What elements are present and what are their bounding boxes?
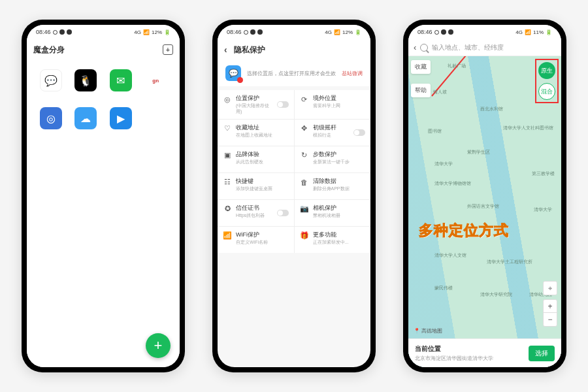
app-icon-wechat[interactable]: ✉ (110, 69, 132, 91)
screen-1: 08:46 4G 📶 12% 🔋 魔盒分身 + 💬 🐧 ✉ gn ◎ (27, 25, 180, 367)
mode-native-button[interactable]: 原生 (538, 62, 555, 79)
chat-icon: 💬 (225, 65, 241, 81)
status-net: 4G (515, 29, 523, 35)
location-panel: 当前位置 北京市海淀区清华园街道清华大学 选择 (408, 338, 561, 367)
map-label: 图书馆 (428, 128, 442, 135)
locate-me-button[interactable]: ⌖ (543, 281, 557, 295)
status-time: 08:46 (417, 29, 433, 35)
map-label: 情人坡 (433, 89, 447, 95)
toggle[interactable] (353, 129, 365, 136)
camera-icon: 📷 (300, 204, 309, 214)
location-address: 北京市海淀区清华园街道清华大学 (415, 355, 493, 362)
search-icon (420, 44, 428, 52)
setting-camera[interactable]: 📷相机保护禁相机读相册 (295, 200, 371, 226)
map-content[interactable]: 收藏 帮助 原生 混合 多种定位方式 礼射广场 情人坡 图书馆 西北水利馆 清华… (408, 56, 561, 367)
setting-brand[interactable]: ▣品牌体验从此告别硬改 (218, 146, 294, 172)
map-label: 紫荆学生区 (467, 149, 490, 155)
zoom-in-button[interactable]: + (544, 300, 557, 313)
gift-icon: 🎁 (300, 231, 309, 240)
status-net: 4G (134, 29, 141, 35)
status-battery: 11% (533, 29, 544, 35)
phone-2: 08:46 4G 📶 12% 🔋 ‹ 隐私保护 💬 选择位置后，点这里打开应用才… (212, 20, 376, 372)
app-hint: 选择位置后，点这里打开应用才会生效 (247, 70, 336, 77)
back-icon[interactable]: ‹ (224, 44, 227, 55)
header-title: 魔盒分身 (33, 44, 65, 56)
status-dot-icon (434, 30, 439, 35)
app-icon-blue1[interactable]: ◎ (40, 107, 62, 129)
status-dot-icon (67, 29, 72, 35)
joystick-icon: ✥ (300, 124, 309, 133)
mode-mixed-button[interactable]: 混合 (538, 83, 555, 100)
setting-joystick[interactable]: ✥初级摇杆模拟行走 (295, 120, 371, 146)
setting-clear-data[interactable]: 🗑清除数据删除分身APP数据 (295, 173, 371, 199)
app-icon-cloud[interactable]: ☁ (74, 107, 97, 129)
plus-icon: + (154, 337, 163, 354)
privacy-content: 💬 选择位置后，点这里打开应用才会生效 基站微调 ◎位置保护(中国大陆推荐使用)… (218, 60, 370, 367)
app-icon-chat[interactable]: 💬 (40, 69, 62, 91)
app-icon-bird[interactable]: ▶ (110, 107, 132, 129)
setting-overseas-location[interactable]: ⟳境外位置需要科学上网 (295, 90, 371, 119)
status-dot-icon (448, 29, 453, 35)
app-header: 魔盒分身 + (27, 39, 180, 60)
status-bar: 08:46 4G 📶 12% 🔋 (218, 25, 370, 39)
base-station-link[interactable]: 基站微调 (342, 70, 363, 77)
status-time: 08:46 (227, 29, 242, 35)
badge-dot-icon (237, 77, 243, 83)
status-bar: 08:46 4G 📶 11% 🔋 (408, 25, 561, 39)
setting-more[interactable]: 🎁更多功能正在加紧研发中... (295, 227, 371, 253)
mode-badge-group: 原生 混合 (535, 59, 559, 103)
status-bar: 08:46 4G 📶 12% 🔋 (27, 25, 180, 39)
toggle[interactable] (277, 210, 289, 216)
screen-2: 08:46 4G 📶 12% 🔋 ‹ 隐私保护 💬 选择位置后，点这里打开应用才… (218, 25, 370, 367)
brand-icon: ▣ (223, 151, 232, 160)
setting-steps[interactable]: ↻步数保护全新算法一键千步 (295, 146, 371, 172)
search-input[interactable]: 输入地点、城市、经纬度 (432, 43, 556, 52)
map-canvas[interactable]: 收藏 帮助 原生 混合 多种定位方式 礼射广场 情人坡 图书馆 西北水利馆 清华… (408, 56, 561, 367)
header-title: 隐私保护 (234, 44, 265, 56)
steps-icon: ↻ (300, 151, 309, 160)
screen-3: 08:46 4G 📶 11% 🔋 ‹ 输入地点、城市、经纬度 收藏 帮助 (408, 25, 561, 367)
selected-app-row[interactable]: 💬 选择位置后，点这里打开应用才会生效 基站微调 (218, 60, 370, 86)
tab-favorites[interactable]: 收藏 (411, 60, 431, 74)
location-title: 当前位置 (415, 344, 493, 353)
map-attribution: 📍高德地图 (414, 327, 442, 335)
map-label: 清华大学人文社科图书馆 (503, 125, 553, 131)
status-dot-icon (257, 29, 263, 35)
privacy-header: ‹ 隐私保护 (218, 39, 370, 60)
setting-favorite-address[interactable]: ♡收藏地址在地图上收藏地址 (218, 120, 294, 146)
zoom-out-button[interactable]: − (544, 313, 557, 326)
app-icon-qq[interactable]: 🐧 (74, 69, 97, 91)
status-dot-icon (250, 29, 255, 35)
phone-1: 08:46 4G 📶 12% 🔋 魔盒分身 + 💬 🐧 ✉ gn ◎ (22, 20, 185, 372)
status-battery: 12% (152, 29, 162, 35)
setting-wifi[interactable]: 📶WiFi保护自定义WiFi名称 (218, 227, 294, 253)
status-dot-icon (59, 29, 65, 35)
grid-add-icon[interactable]: + (163, 44, 173, 55)
map-label: 清华大学人文馆 (434, 252, 466, 259)
setting-shortcut[interactable]: ☷快捷键添加快捷键至桌面 (218, 173, 294, 199)
location-icon: ◎ (223, 95, 232, 104)
cert-icon: ✪ (223, 204, 232, 214)
settings-grid: ◎位置保护(中国大陆推荐使用) ⟳境外位置需要科学上网 ♡收藏地址在地图上收藏地… (218, 90, 370, 253)
overlay-title: 多种定位方式 (419, 221, 509, 240)
setting-location-protect[interactable]: ◎位置保护(中国大陆推荐使用) (218, 90, 294, 119)
app-grid: 💬 🐧 ✉ gn ◎ ☁ ▶ (27, 60, 180, 367)
heart-icon: ♡ (223, 124, 232, 133)
map-search-bar: ‹ 输入地点、城市、经纬度 (408, 39, 561, 56)
back-icon[interactable]: ‹ (414, 42, 416, 52)
status-dot-icon (53, 30, 57, 35)
setting-cert[interactable]: ✪信任证书Https抓包利器 (218, 200, 294, 226)
app-icon-galaxy[interactable]: gn (144, 69, 167, 91)
status-time: 08:46 (36, 29, 51, 35)
fab-add-button[interactable]: + (146, 333, 171, 358)
status-dot-icon (244, 30, 248, 35)
toggle[interactable] (277, 101, 289, 108)
select-location-button[interactable]: 选择 (529, 346, 555, 361)
shortcut-icon: ☷ (223, 178, 232, 187)
tab-help[interactable]: 帮助 (411, 84, 431, 97)
map-label: 第三教学楼 (532, 171, 555, 177)
map-label: 蒙民伟楼 (434, 285, 453, 291)
map-label: 清华大学博物馆馆 (434, 180, 471, 187)
map-label: 外国语言文学馆 (467, 203, 499, 210)
map-label: 清华大学 (534, 206, 552, 213)
